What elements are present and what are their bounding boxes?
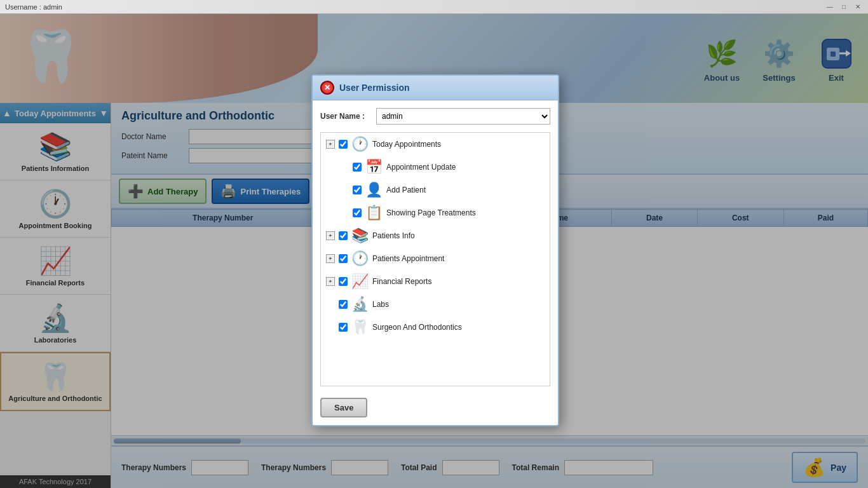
perm-add-patient[interactable]: 👤 Add Patient [321,179,550,201]
perm-expand-financial-reports[interactable]: + [326,277,335,286]
close-button[interactable]: ✕ [853,2,863,12]
perm-patients-appointment[interactable]: + 🕐 Patients Appointment [321,247,550,270]
perm-appointment-update[interactable]: 📅 Appointment Update [321,156,550,179]
patients-info-perm-label: Patients Info [372,231,415,240]
perm-checkbox-patients-info[interactable] [339,231,348,240]
perm-checkbox-financial-reports[interactable] [339,277,348,286]
patients-appointment-perm-icon: 🕐 [351,250,369,267]
showing-treatments-perm-icon: 📋 [365,205,383,221]
perm-showing-treatments[interactable]: 📋 Showing Page Treatments [321,201,550,224]
perm-checkbox-showing-treatments[interactable] [353,208,362,217]
perm-financial-reports[interactable]: + 📈 Financial Reports [321,270,550,293]
perm-expand-patients-info[interactable]: + [326,231,335,240]
modal-footer: Save [320,393,550,417]
perm-patients-info[interactable]: + 📚 Patients Info [321,224,550,247]
modal-save-button[interactable]: Save [320,398,367,417]
modal-username-select[interactable]: admin user1 user2 [376,108,550,125]
today-appointments-perm-label: Today Appointments [372,140,441,149]
financial-reports-perm-label: Financial Reports [372,277,431,286]
modal-title-bar: ✕ User Permission [313,76,558,100]
add-patient-perm-icon: 👤 [365,182,383,198]
perm-expand-today-appointments[interactable]: + [326,140,335,149]
perm-checkbox-add-patient[interactable] [353,186,362,194]
add-patient-perm-label: Add Patient [386,186,426,194]
surgeon-orthodontics-perm-label: Surgeon And Orthodontics [372,323,462,332]
perm-checkbox-today-appointments[interactable] [339,140,348,149]
modal-username-label: User Name : [320,112,371,121]
today-appointments-perm-icon: 🕐 [351,136,369,152]
username-label: Username : admin [5,3,62,11]
perm-checkbox-patients-appointment[interactable] [339,254,348,263]
modal-title: User Permission [339,83,410,93]
labs-perm-label: Labs [372,300,389,309]
patients-appointment-perm-label: Patients Appointment [372,254,444,263]
window-controls: — □ ✕ [825,2,863,12]
user-permission-modal: ✕ User Permission User Name : admin user… [311,74,559,426]
permission-tree: + 🕐 Today Appointments 📅 Appointment Upd… [320,132,550,386]
perm-surgeon-orthodontics[interactable]: 🦷 Surgeon And Orthodontics [321,316,550,339]
patients-info-perm-icon: 📚 [351,227,369,244]
perm-labs[interactable]: 🔬 Labs [321,293,550,316]
title-bar: Username : admin — □ ✕ [0,0,868,14]
labs-perm-icon: 🔬 [351,296,369,313]
appointment-update-perm-label: Appointment Update [386,163,456,172]
maximize-button[interactable]: □ [839,2,849,12]
showing-treatments-perm-label: Showing Page Treatments [386,208,476,217]
perm-expand-patients-appointment[interactable]: + [326,254,335,263]
modal-close-button[interactable]: ✕ [320,81,334,95]
perm-checkbox-labs[interactable] [339,300,348,309]
modal-overlay: ✕ User Permission User Name : admin user… [0,14,868,488]
modal-body: User Name : admin user1 user2 + 🕐 Today … [313,100,558,425]
perm-checkbox-surgeon-orthodontics[interactable] [339,323,348,332]
username-field-row: User Name : admin user1 user2 [320,108,550,125]
perm-checkbox-appointment-update[interactable] [353,163,362,172]
perm-today-appointments[interactable]: + 🕐 Today Appointments [321,133,550,156]
surgeon-orthodontics-perm-icon: 🦷 [351,319,369,336]
financial-reports-perm-icon: 📈 [351,273,369,290]
minimize-button[interactable]: — [825,2,835,12]
appointment-update-perm-icon: 📅 [365,159,383,175]
